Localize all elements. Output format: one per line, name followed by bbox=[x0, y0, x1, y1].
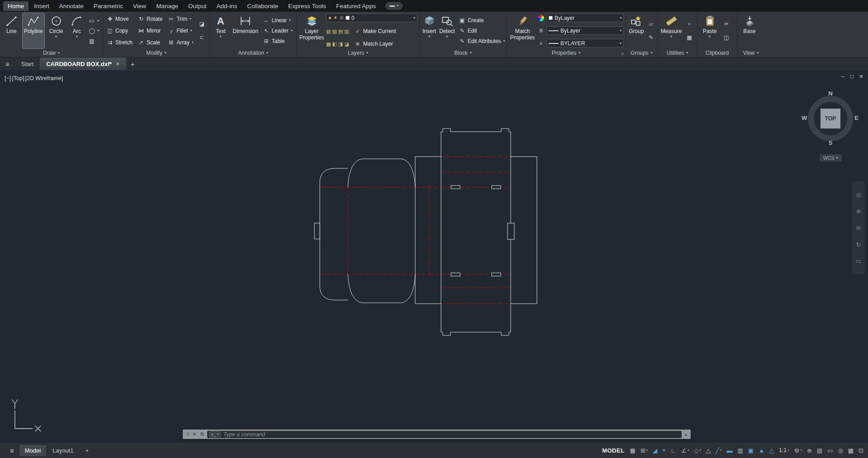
scale-button[interactable]: ↗Scale bbox=[136, 37, 164, 48]
linear-button[interactable]: ↔Linear▾ bbox=[261, 17, 294, 24]
navigation-wheel-icon[interactable]: ◎ bbox=[856, 191, 861, 198]
layer-state-icon-2[interactable]: ▨ bbox=[332, 29, 337, 34]
quick-calc-button[interactable]: ▦ bbox=[684, 34, 694, 41]
circle-button[interactable]: Circle ▾ bbox=[46, 13, 66, 48]
layer-state-icon-8[interactable]: ◪ bbox=[344, 42, 349, 47]
detect-button[interactable]: Detect ▾ bbox=[438, 13, 456, 48]
viewcube-east-label[interactable]: E bbox=[854, 114, 859, 121]
stretch-button[interactable]: ⇉Stretch bbox=[105, 37, 134, 48]
annotation-monitor-icon[interactable]: ⊕ bbox=[807, 447, 812, 454]
menu-tab-insert[interactable]: Insert bbox=[29, 1, 54, 11]
command-line-bar[interactable]: ⠿ ✕ ⚙ >_ ▾ ▴ bbox=[183, 429, 691, 439]
restore-window-icon[interactable]: □ bbox=[850, 73, 854, 80]
object-snap-tracking-icon[interactable]: △ bbox=[706, 447, 711, 454]
new-tab-button[interactable]: + bbox=[126, 60, 139, 68]
viewcube[interactable]: TOP N S W E bbox=[803, 90, 858, 146]
block-panel-footer[interactable]: Block ▾ bbox=[422, 48, 504, 57]
annotation-panel-footer[interactable]: Annotation ▾ bbox=[212, 48, 294, 57]
layer-state-icon-6[interactable]: ◧ bbox=[332, 42, 337, 47]
array-button[interactable]: ⊞Array▾ bbox=[166, 37, 195, 48]
model-space-badge[interactable]: MODEL bbox=[602, 447, 624, 454]
command-prompt-chip[interactable]: >_ ▾ bbox=[209, 431, 221, 437]
ungroup-button[interactable]: ▱ bbox=[646, 21, 656, 27]
dynamic-input-icon[interactable]: ⌖ bbox=[662, 447, 665, 454]
graphics-performance-icon[interactable]: ▩ bbox=[848, 447, 854, 454]
make-current-button[interactable]: ✓ Make Current bbox=[353, 28, 398, 35]
properties-panel-footer[interactable]: Properties ▾ bbox=[508, 48, 624, 57]
polyline-button[interactable]: Polyline bbox=[23, 13, 44, 48]
close-tab-icon[interactable]: ✕ bbox=[115, 61, 119, 67]
zoom-icon[interactable]: ⊖ bbox=[856, 224, 861, 231]
annotation-visibility-icon[interactable]: ▲ bbox=[759, 447, 764, 454]
rectangle-tool-button[interactable]: ▭ ▾ bbox=[87, 18, 101, 24]
copy-clip-button[interactable]: ◫ bbox=[721, 34, 731, 41]
menu-tab-manage[interactable]: Manage bbox=[152, 1, 183, 11]
edit-block-button[interactable]: ✎Edit bbox=[457, 27, 507, 34]
grid-icon[interactable]: ▦ bbox=[630, 447, 636, 454]
arc-button[interactable]: Arc ▾ bbox=[68, 13, 85, 48]
quick-properties-icon[interactable]: ▭ bbox=[827, 447, 833, 454]
clipboard-panel-footer[interactable]: Clipboard bbox=[699, 48, 735, 57]
tab-start[interactable]: Start bbox=[15, 57, 40, 70]
selection-cycling-icon[interactable]: ▣ bbox=[748, 447, 754, 454]
mirror-button[interactable]: ⋈Mirror bbox=[136, 25, 164, 37]
groups-panel-footer[interactable]: Groups ▾ bbox=[628, 48, 655, 57]
command-customize-icon[interactable]: ⚙ bbox=[200, 431, 204, 437]
text-button[interactable]: A Text ▾ bbox=[212, 13, 230, 48]
lineweight-icon[interactable]: ▬ bbox=[726, 447, 732, 454]
table-button[interactable]: ⊞Table bbox=[261, 38, 294, 45]
close-window-icon[interactable]: ✕ bbox=[859, 73, 863, 80]
orbit-icon[interactable]: ↻ bbox=[856, 241, 861, 248]
command-input-field[interactable]: >_ ▾ bbox=[207, 431, 682, 438]
command-history-icon[interactable]: ▴ bbox=[685, 432, 687, 437]
viewcube-west-label[interactable]: W bbox=[802, 114, 807, 121]
drawing-canvas[interactable]: [−] [Top] [2D Wireframe] ─ □ ✕ TOP N S W… bbox=[0, 70, 868, 442]
menu-tab-output[interactable]: Output bbox=[184, 1, 211, 11]
command-close-icon[interactable]: ✕ bbox=[192, 431, 196, 437]
paste-button[interactable]: Paste ▾ bbox=[699, 13, 720, 48]
object-color-dropdown[interactable]: ByLayer ▾ bbox=[546, 14, 624, 22]
group-edit-button[interactable]: ✎ bbox=[646, 34, 656, 41]
ortho-icon[interactable]: ∟ bbox=[671, 447, 677, 454]
menu-tab-annotate[interactable]: Annotate bbox=[55, 1, 88, 11]
hatch-tool-button[interactable]: ▨ bbox=[87, 38, 101, 44]
id-point-button[interactable]: ⌖ bbox=[684, 21, 694, 27]
layer-state-icon-3[interactable]: ▤ bbox=[338, 29, 343, 34]
command-input[interactable] bbox=[223, 431, 680, 438]
infer-constraints-icon[interactable]: ◢ bbox=[653, 447, 657, 454]
layer-state-icon-7[interactable]: ◨ bbox=[338, 42, 343, 47]
linetype-dropdown[interactable]: BYLAYER ▾ bbox=[546, 39, 624, 48]
annotation-scale-label[interactable]: 1:1▾ bbox=[779, 447, 789, 453]
status-menu-icon[interactable]: ≡ bbox=[5, 447, 19, 454]
ribbon-display-toggle[interactable]: ▾ bbox=[385, 2, 403, 10]
fillet-button[interactable]: ╭Fillet▾ bbox=[166, 25, 195, 37]
pan-icon[interactable]: ⊕ bbox=[856, 208, 861, 215]
cut-clip-button[interactable]: ✂ bbox=[721, 21, 731, 27]
rotate-button[interactable]: ↻Rotate bbox=[136, 13, 164, 25]
modify-panel-footer[interactable]: Modify ▾ bbox=[105, 48, 208, 57]
edit-attributes-button[interactable]: ✎Edit Attributes▾ bbox=[457, 38, 507, 45]
properties-panel-launcher-icon[interactable]: » bbox=[621, 51, 624, 56]
erase-tool-button[interactable]: ◪ bbox=[197, 21, 207, 27]
model-tab[interactable]: Model bbox=[19, 445, 46, 456]
units-icon[interactable]: ▤ bbox=[817, 447, 822, 454]
layers-panel-footer[interactable]: Layers ▾ bbox=[299, 48, 417, 57]
menu-tab-express-tools[interactable]: Express Tools bbox=[284, 1, 331, 11]
layer-state-icon-4[interactable]: ▥ bbox=[344, 29, 349, 34]
tab-cardboard-box[interactable]: CARDBOARD BOX.dxf* ✕ bbox=[40, 57, 126, 70]
layer-state-icon-5[interactable]: ▩ bbox=[326, 42, 331, 47]
match-layer-button[interactable]: ≋ Match Layer bbox=[353, 40, 395, 48]
layer-dropdown[interactable]: ● ☀ ⊘ 0 ▾ bbox=[326, 14, 417, 22]
menu-tab-home[interactable]: Home bbox=[3, 1, 28, 11]
view-panel-footer[interactable]: View ▾ bbox=[739, 48, 763, 57]
set-bylayer-tool-button[interactable]: ⊂ bbox=[197, 34, 207, 41]
viewport-visual-style-button[interactable]: [2D Wireframe] bbox=[25, 75, 63, 81]
create-block-button[interactable]: ▣Create bbox=[457, 17, 507, 24]
insert-button[interactable]: Insert ▾ bbox=[422, 13, 437, 48]
workspace-icon[interactable]: ⚙▾ bbox=[794, 447, 802, 454]
viewport-menu-button[interactable]: [−] bbox=[5, 75, 11, 81]
menu-tab-collaborate[interactable]: Collaborate bbox=[242, 1, 283, 11]
viewcube-top-face[interactable]: TOP bbox=[821, 109, 840, 129]
group-button[interactable]: Group bbox=[628, 13, 645, 48]
line-button[interactable]: Line bbox=[2, 13, 21, 48]
